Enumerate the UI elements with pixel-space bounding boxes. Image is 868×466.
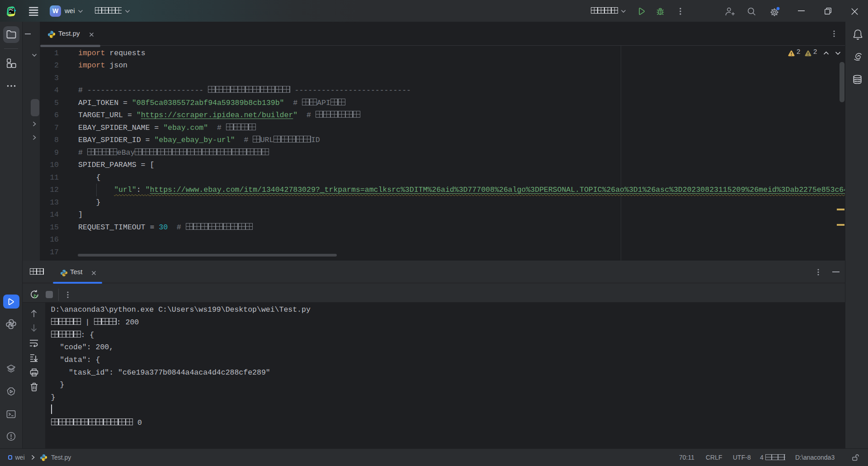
svg-text:PC: PC [9,8,14,11]
